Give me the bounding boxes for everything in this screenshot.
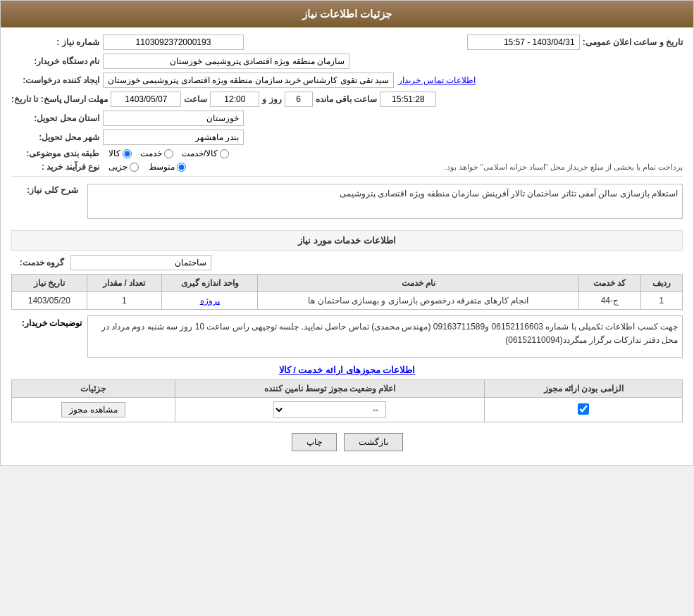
back-button[interactable]: بازگشت	[344, 433, 403, 451]
label-motavasset: متوسط	[149, 162, 175, 172]
label-kala-khedmat: کالا/خدمت	[182, 149, 218, 158]
table-row: 1 ج-44 انجام کارهای متفرقه درخصوص بازساز…	[12, 292, 683, 310]
print-button[interactable]: چاپ	[292, 433, 337, 451]
creator-label: ایجاد کننده درخواست:	[11, 75, 103, 85]
classification-label: طبقه بندی موضوعی:	[11, 149, 103, 158]
label-khedmat: خدمت	[140, 149, 162, 158]
buyer-org-value: سازمان منطقه ویژه اقتصادی پتروشیمی خوزست…	[103, 54, 349, 69]
buyer-notes-label: توضیحات خریدار:	[11, 315, 82, 328]
actions-row: بازگشت چاپ	[11, 433, 683, 451]
divider-1	[11, 176, 683, 177]
announcement-value: 1403/04/31 - 15:57	[467, 34, 580, 50]
need-number-label: شماره نیاز :	[11, 37, 103, 47]
permit-details-cell: مشاهده مجوز	[12, 398, 175, 422]
permit-status-cell: --	[175, 398, 485, 422]
process-label: نوع فرآیند خرید :	[11, 162, 103, 172]
cell-quantity: 1	[87, 292, 161, 310]
response-days-value: 6	[285, 92, 313, 107]
creator-link[interactable]: اطلاعات تماس خریدار	[394, 73, 480, 87]
process-jozi[interactable]: جزیی	[109, 162, 139, 172]
classification-kala-khedmat[interactable]: کالا/خدمت	[182, 149, 229, 158]
creator-value: سید تقی تقوی کارشناس خرید سازمان منطقه و…	[103, 73, 394, 88]
needs-table: ردیف کد خدمت نام خدمت واحد اندازه گیری ت…	[11, 274, 683, 310]
response-days-label: روز و	[262, 94, 281, 104]
remaining-time-value: 15:51:28	[380, 92, 436, 107]
remaining-time-label: ساعت باقی مانده	[316, 94, 378, 104]
announcement-label: تاریخ و ساعت اعلان عمومی:	[583, 37, 683, 47]
cell-name: انجام کارهای متفرقه درخصوص بازسازی و بهس…	[258, 292, 579, 310]
buyer-org-label: نام دستگاه خریدار:	[11, 56, 103, 66]
permit-status-dropdown[interactable]: --	[273, 401, 386, 418]
classification-khedmat[interactable]: خدمت	[140, 149, 173, 158]
process-radio-group: متوسط جزیی	[109, 162, 186, 172]
permit-col-details: جزئیات	[12, 380, 175, 398]
need-description-box: استعلام بازسازی سالن آمفی تئاتر ساختمان …	[87, 184, 683, 219]
permit-table: الزامی بودن ارائه مجوز اعلام وضعیت مجوز …	[11, 379, 683, 422]
permit-mandatory-cell	[485, 398, 683, 422]
need-number-value: 1103092372000193	[103, 34, 244, 50]
label-kala: کالا	[109, 149, 120, 158]
permit-mandatory-checkbox[interactable]	[578, 403, 589, 415]
radio-jozi[interactable]	[130, 163, 139, 172]
radio-kala-khedmat[interactable]	[220, 149, 229, 158]
province-value: خوزستان	[103, 111, 244, 126]
classification-kala[interactable]: کالا	[109, 149, 132, 158]
response-time-label: ساعت	[184, 94, 207, 104]
buyer-notes-section: جهت کسب اطلاعات تکمیلی با شماره 06152116…	[11, 315, 683, 358]
response-deadline-label: مهلت ارسال پاسخ: تا تاریخ:	[11, 94, 108, 104]
permit-section-title[interactable]: اطلاعات مجوزهای ارائه خدمت / کالا	[11, 365, 683, 375]
cell-row: 1	[640, 292, 682, 310]
service-group-label: گروه خدمت:	[11, 258, 68, 268]
col-date: تاریخ نیاز	[12, 275, 87, 292]
province-label: استان محل تحویل:	[11, 113, 103, 123]
permit-col-mandatory: الزامی بودن ارائه مجوز	[485, 380, 683, 398]
col-row: ردیف	[640, 275, 682, 292]
city-label: شهر محل تحویل:	[11, 132, 103, 142]
cell-code: ج-44	[579, 292, 641, 310]
services-section-header: اطلاعات خدمات مورد نیاز	[11, 230, 683, 251]
label-jozi: جزیی	[109, 162, 128, 172]
cell-unit[interactable]: پروژه	[162, 292, 258, 310]
response-time-value: 12:00	[210, 92, 259, 107]
radio-kala[interactable]	[123, 149, 132, 158]
col-name: نام خدمت	[258, 275, 579, 292]
col-quantity: تعداد / مقدار	[87, 275, 161, 292]
col-unit: واحد اندازه گیری	[162, 275, 258, 292]
page-header: جزئیات اطلاعات نیاز	[1, 1, 693, 27]
need-description-label: شرح کلی نیاز:	[11, 181, 82, 195]
classification-radio-group: کالا/خدمت خدمت کالا	[109, 149, 229, 158]
buyer-notes-text: جهت کسب اطلاعات تکمیلی با شماره 06152116…	[87, 315, 683, 358]
service-group-value: ساختمان	[70, 255, 211, 270]
city-value: بندر ماهشهر	[103, 130, 244, 145]
radio-motavasset[interactable]	[177, 163, 186, 172]
radio-khedmat[interactable]	[164, 149, 173, 158]
col-code: کد خدمت	[579, 275, 641, 292]
permit-table-row: -- مشاهده مجوز	[12, 398, 683, 422]
page-title: جزئیات اطلاعات نیاز	[302, 8, 392, 20]
process-note: پرداخت تمام یا بخشی از مبلغ خریداز محل "…	[192, 163, 683, 172]
cell-date: 1403/05/20	[12, 292, 87, 310]
permit-col-status: اعلام وضعیت مجوز توسط نامین کننده	[175, 380, 485, 398]
view-permit-button[interactable]: مشاهده مجوز	[61, 402, 125, 417]
process-motavasset[interactable]: متوسط	[149, 162, 186, 172]
response-date-value: 1403/05/07	[111, 92, 181, 107]
